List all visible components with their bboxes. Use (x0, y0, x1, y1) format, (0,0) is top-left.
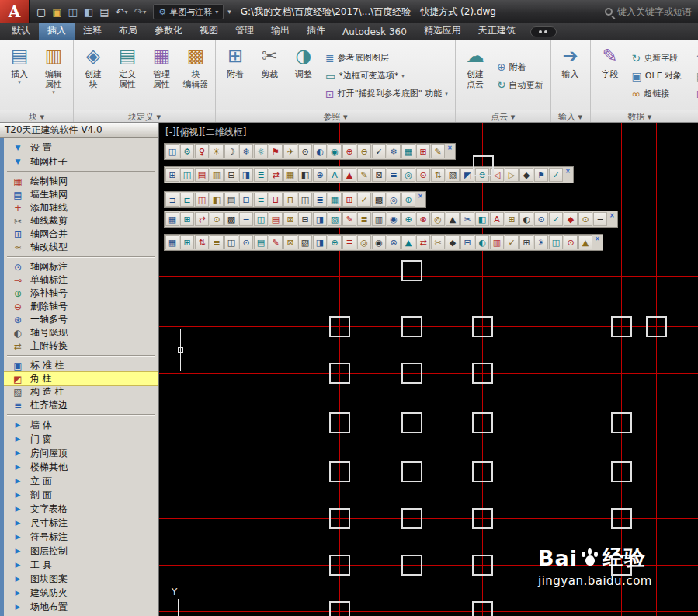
toolbar-button[interactable]: ▲ (446, 212, 460, 226)
toolbar-button[interactable]: ▧ (328, 212, 342, 226)
toolbar-button[interactable]: ⊞ (180, 235, 194, 249)
ribbon-tab-annotate[interactable]: 注释 (75, 22, 110, 40)
toolbar-button[interactable]: ▦ (283, 168, 297, 182)
palette-group-24[interactable]: ▶门 窗 (4, 432, 158, 446)
palette-tool-16[interactable]: ⇄主附转换 (4, 339, 158, 353)
palette-group-36[interactable]: ▶场地布置 (4, 600, 158, 614)
toolbar-button[interactable]: ◨ (239, 168, 253, 182)
palette-group-0[interactable]: ▼设 置 (4, 141, 158, 155)
update-fields-button[interactable]: ↻更新字段 (630, 50, 684, 66)
palette-tool-3[interactable]: ▦绘制轴网 (4, 175, 158, 188)
toolbar-button[interactable]: ⊙ (210, 212, 224, 226)
snap-to-underlay-button[interactable]: ⊡打开"捕捉到参考底图" 功能▾ (323, 86, 450, 102)
palette-tool-6[interactable]: ✂轴线裁剪 (4, 214, 158, 228)
toolbar-button[interactable]: ◫ (254, 212, 268, 226)
toolbar-button[interactable]: ⊙ (578, 212, 592, 226)
close-icon[interactable]: × (446, 144, 454, 151)
toolbar-button[interactable]: ☀ (534, 235, 548, 249)
toolbar-button[interactable]: ⊕ (328, 235, 342, 249)
toolbar-button[interactable]: ◨ (313, 235, 327, 249)
toolbar-button[interactable]: ▦ (401, 144, 415, 158)
toolbar-button[interactable]: ◧ (210, 193, 224, 207)
toolbar-button[interactable]: ⊏ (180, 193, 194, 207)
close-icon[interactable]: × (608, 212, 616, 219)
palette-group-27[interactable]: ▶立 面 (4, 474, 158, 488)
drawing-canvas[interactable]: [-][俯视][二维线框] Y Bai 经验 jingyan.baidu.com… (159, 123, 698, 616)
toolbar-button[interactable]: ⊟ (239, 193, 253, 207)
toolbar-button[interactable]: ≣ (313, 193, 327, 207)
toolbar-button[interactable]: ⚑ (534, 168, 548, 182)
toolbar-button[interactable]: ◎ (357, 235, 371, 249)
toolbar-button[interactable]: ▩ (224, 212, 238, 226)
toolbar-button[interactable]: ⊗ (387, 235, 401, 249)
toolbar-button[interactable]: ⊕ (313, 168, 327, 182)
pc-auto-update-button[interactable]: ↻自动更新 (495, 77, 546, 92)
toolbar-button[interactable]: ⊞ (165, 168, 179, 182)
toolbar-button[interactable]: ▥ (210, 168, 224, 182)
toolbar-button[interactable]: ✓ (372, 144, 386, 158)
palette-tool-19[interactable]: ◩角 柱 (4, 372, 158, 385)
new-file-button[interactable]: ▢ (34, 3, 48, 20)
toolbar-button[interactable]: ≡ (387, 168, 401, 182)
toolbar-button[interactable]: ⊞ (416, 144, 430, 158)
toolbar-button[interactable]: ❄ (387, 144, 401, 158)
palette-group-29[interactable]: ▶文字表格 (4, 502, 158, 516)
plot-button[interactable]: ▤ (97, 3, 111, 20)
pc-attach-button[interactable]: ⊕附着 (495, 59, 546, 75)
ribbon-tab-featured-apps[interactable]: 精选应用 (415, 22, 470, 40)
hyperlink-button[interactable]: ∞超链接 (630, 86, 684, 102)
toolbar-button[interactable]: ⚙ (180, 144, 194, 158)
toolbar-button[interactable]: ▥ (490, 235, 504, 249)
ribbon-panel-title-data[interactable]: 数据 ▾ (591, 110, 689, 123)
toolbar-button[interactable]: ▤ (224, 193, 238, 207)
open-folder-button[interactable]: ▣ (50, 3, 64, 20)
toolbar-button[interactable]: ▧ (446, 168, 460, 182)
palette-group-26[interactable]: ▶楼梯其他 (4, 460, 158, 474)
palette-tool-13[interactable]: ⊖删除轴号 (4, 300, 158, 313)
ribbon-panel-title-reference[interactable]: 参照 ▾ (216, 110, 455, 123)
toolbar-button[interactable]: ✓ (357, 193, 371, 207)
ribbon-tab-manage[interactable]: 管理 (227, 22, 262, 40)
toolbar-button[interactable]: ❄ (239, 144, 253, 158)
workspace-switcher[interactable]: ⚙ 草图与注释 ▾ (153, 4, 224, 19)
toolbar-button[interactable]: ⊟ (298, 212, 312, 226)
save-button[interactable]: ◫ (66, 3, 80, 20)
ribbon-tab-tarch[interactable]: 天正建筑 (470, 22, 524, 40)
palette-tool-7[interactable]: ⊞轴网合并 (4, 228, 158, 241)
toolbar-button[interactable]: ⊔ (269, 193, 283, 207)
toolbar-button[interactable]: ⊟ (460, 235, 474, 249)
palette-tool-4[interactable]: ▤墙生轴网 (4, 188, 158, 201)
toolbar-button[interactable]: ☼ (254, 144, 268, 158)
palette-tool-15[interactable]: ◐轴号隐现 (4, 326, 158, 339)
toolbar-button[interactable]: ⊙ (239, 235, 253, 249)
insert-block-button[interactable]: ▤插入▾ (3, 42, 36, 110)
ribbon-tab-output[interactable]: 输出 (262, 22, 298, 40)
toolbar-button[interactable]: ⇅ (431, 168, 445, 182)
palette-group-1[interactable]: ▼轴网柱子 (4, 155, 158, 169)
palette-group-23[interactable]: ▶墙 体 (4, 418, 158, 432)
toolbar-button[interactable]: ⊞ (505, 212, 519, 226)
palette-tool-11[interactable]: ⊸单轴标注 (4, 273, 158, 287)
save-as-button[interactable]: ◧ (82, 3, 95, 20)
toolbar-button[interactable]: ◉ (387, 212, 401, 226)
toolbar-button[interactable]: ⊟ (224, 168, 238, 182)
toolbar-button[interactable]: ≣ (342, 235, 356, 249)
toolbar-button[interactable]: ◆ (446, 235, 460, 249)
toolbar-button[interactable]: ≡ (239, 212, 253, 226)
toolbar-button[interactable]: ◉ (372, 235, 386, 249)
toolbar-button[interactable]: ▦ (165, 212, 179, 226)
create-point-cloud-button[interactable]: ☁创建点云 (459, 42, 491, 110)
toolbar-button[interactable]: ◎ (387, 193, 401, 207)
toolbar-button[interactable]: ◎ (431, 212, 445, 226)
toolbar-button[interactable]: ✓ (549, 168, 563, 182)
toolbar-button[interactable]: ✎ (269, 235, 283, 249)
palette-tool-10[interactable]: ⊙轴网标注 (4, 260, 158, 273)
close-icon[interactable]: × (593, 235, 602, 242)
underlay-layers-button[interactable]: ≣参考底图图层 (323, 50, 450, 66)
toolbar-button[interactable]: ⊙ (564, 235, 578, 249)
toolbar-button[interactable]: ⊞ (342, 193, 356, 207)
toolbar-button[interactable]: ✓ (505, 235, 519, 249)
toolbar-button[interactable]: ▲ (342, 168, 356, 182)
ribbon-options-control[interactable] (530, 26, 557, 37)
toolbar-button[interactable]: ▲ (578, 235, 592, 249)
